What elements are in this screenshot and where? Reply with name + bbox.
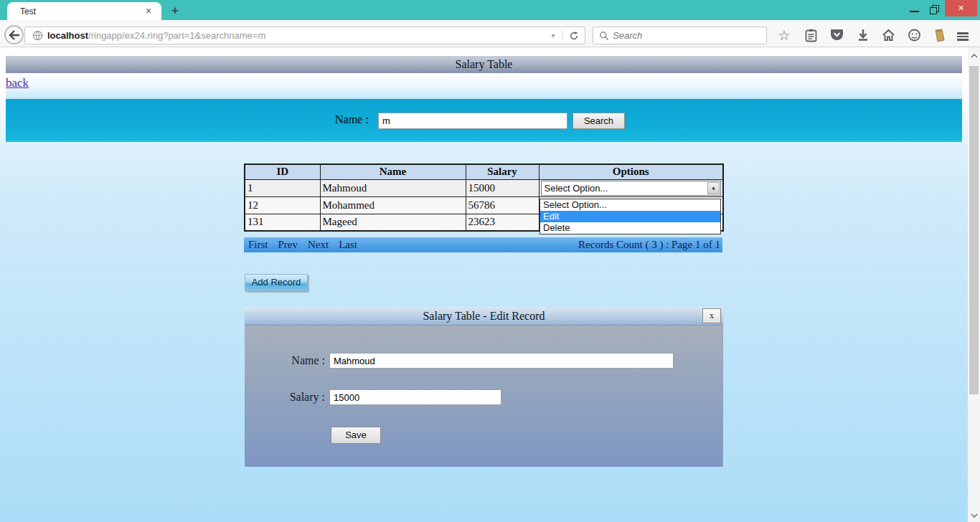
- options-dropdown-menu: Select Option... Edit Delete: [540, 199, 721, 234]
- download-icon: [857, 29, 869, 42]
- url-bar[interactable]: localhost/ringapp/ex24.ring?part=1&searc…: [24, 27, 585, 44]
- url-dropdown-icon[interactable]: ▾: [544, 32, 562, 39]
- browser-search-box[interactable]: [593, 27, 767, 44]
- hello-button[interactable]: [905, 28, 923, 42]
- table-header-row: ID Name Salary Options: [245, 164, 723, 179]
- scrollbar-thumb[interactable]: [969, 66, 979, 394]
- scroll-up-button[interactable]: [968, 50, 980, 61]
- minimize-button[interactable]: [906, 1, 923, 17]
- dialog-close-button[interactable]: x: [702, 308, 721, 323]
- url-path: /ringapp/ex24.ring?part=1&searchname=m: [88, 30, 265, 41]
- back-arrow-icon: [9, 30, 20, 40]
- restore-button[interactable]: [926, 1, 943, 17]
- header-name: Name: [320, 164, 466, 179]
- tab-title: Test: [20, 6, 143, 16]
- minimize-icon: [910, 11, 919, 12]
- options-select-value: Select Option...: [542, 183, 708, 194]
- dropdown-item-select-option[interactable]: Select Option...: [540, 199, 720, 211]
- header-salary: Salary: [466, 164, 539, 179]
- records-count-summary: Records Count ( 3 ) : Page 1 of 1: [578, 239, 722, 251]
- cell-salary: 23623: [466, 214, 539, 231]
- browser-tab[interactable]: Test ×: [7, 2, 161, 20]
- dialog-name-label: Name :: [289, 354, 325, 367]
- dialog-salary-label: Salary :: [289, 391, 325, 404]
- book-icon: [933, 29, 946, 42]
- scroll-down-button[interactable]: [968, 510, 980, 521]
- dropdown-item-delete[interactable]: Delete: [540, 222, 720, 234]
- home-icon: [882, 29, 895, 42]
- add-record-button[interactable]: Add Record: [245, 274, 308, 291]
- header-id: ID: [245, 164, 320, 179]
- back-link[interactable]: back: [6, 76, 29, 90]
- dropdown-item-edit[interactable]: Edit: [540, 211, 720, 222]
- chevron-up-icon: [971, 54, 978, 58]
- cell-id: 12: [245, 196, 320, 214]
- back-button[interactable]: [4, 25, 24, 44]
- pagination-prev-link[interactable]: Prev: [278, 239, 298, 250]
- vertical-scrollbar[interactable]: [968, 47, 980, 522]
- downloads-button[interactable]: [854, 28, 872, 42]
- pocket-icon: [830, 29, 844, 42]
- tab-close-icon[interactable]: ×: [143, 6, 154, 17]
- globe-icon: [32, 30, 43, 41]
- dialog-salary-input[interactable]: [329, 389, 501, 405]
- clipboard-icon: [805, 29, 817, 42]
- options-select[interactable]: Select Option... ▾: [541, 181, 722, 196]
- browser-search-input[interactable]: [613, 30, 766, 41]
- new-tab-button[interactable]: +: [167, 4, 183, 17]
- pagination-bar: FirstPrevNextLast Records Count ( 3 ) : …: [244, 237, 722, 252]
- close-button[interactable]: ×: [945, 0, 977, 16]
- cell-name: Mohammed: [320, 196, 466, 214]
- pocket-button[interactable]: [828, 28, 845, 42]
- url-host: localhost: [47, 30, 88, 41]
- table-row: 1 Mahmoud 15000 Select Option... ▾: [245, 179, 723, 196]
- cell-name: Mahmoud: [320, 179, 466, 196]
- reload-button[interactable]: [563, 31, 585, 41]
- cell-id: 1: [245, 179, 320, 196]
- edit-dialog-body: Name : Salary : Save: [245, 326, 723, 467]
- back-band: back: [6, 73, 962, 99]
- search-icon: [599, 31, 609, 41]
- save-button[interactable]: Save: [331, 427, 381, 444]
- search-button[interactable]: Search: [573, 113, 625, 129]
- dialog-name-input[interactable]: [329, 353, 674, 369]
- hamburger-icon: [957, 32, 969, 34]
- browser-window: Test × + × localhost/ringapp/ex24.ring?p…: [0, 0, 980, 522]
- menu-button[interactable]: [957, 28, 974, 42]
- search-name-label: Name :: [335, 113, 369, 126]
- cell-salary: 56786: [466, 196, 539, 214]
- cell-salary: 15000: [466, 179, 539, 196]
- pagination-first-link[interactable]: First: [248, 239, 268, 250]
- page-content: Salary Table back Name : Search ID Name …: [0, 47, 968, 522]
- pagination-last-link[interactable]: Last: [339, 239, 357, 250]
- edit-dialog-title: Salary Table - Edit Record: [423, 310, 545, 322]
- search-name-input[interactable]: [378, 113, 567, 129]
- header-options: Options: [539, 164, 723, 179]
- pagination-next-link[interactable]: Next: [308, 239, 329, 250]
- reload-icon: [569, 31, 579, 41]
- sidebar-book-button[interactable]: [930, 28, 948, 42]
- page-title: Salary Table: [6, 56, 962, 73]
- url-text[interactable]: localhost/ringapp/ex24.ring?part=1&searc…: [47, 30, 544, 41]
- star-icon: ☆: [778, 29, 790, 42]
- chevron-down-icon: [971, 513, 978, 518]
- browser-navbar: localhost/ringapp/ex24.ring?part=1&searc…: [0, 20, 980, 47]
- select-arrow-icon[interactable]: ▾: [707, 182, 720, 194]
- reading-list-button[interactable]: [802, 28, 819, 42]
- cell-name: Mageed: [320, 214, 466, 231]
- home-button[interactable]: [880, 28, 897, 42]
- browser-titlebar: Test × + ×: [0, 0, 980, 20]
- bookmark-star-button[interactable]: ☆: [776, 28, 793, 42]
- cell-id: 131: [245, 214, 320, 231]
- smiley-icon: [908, 29, 921, 42]
- edit-dialog-header: Salary Table - Edit Record x: [245, 307, 723, 326]
